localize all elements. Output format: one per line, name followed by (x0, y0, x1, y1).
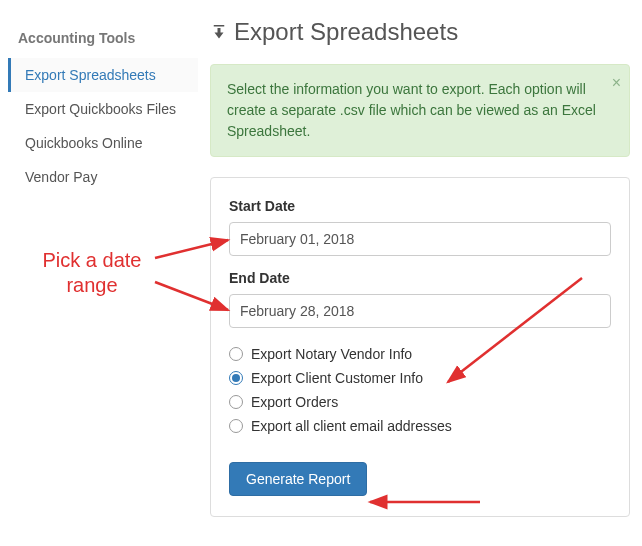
option-notary-vendor[interactable]: Export Notary Vendor Info (229, 346, 611, 362)
option-client-customer[interactable]: Export Client Customer Info (229, 370, 611, 386)
page-title: Export Spreadsheets (210, 18, 630, 46)
option-label: Export Client Customer Info (251, 370, 423, 386)
close-icon[interactable]: × (612, 71, 621, 95)
page-title-text: Export Spreadsheets (234, 18, 458, 46)
sidebar: Accounting Tools Export Spreadsheets Exp… (8, 30, 198, 194)
sidebar-item-export-quickbooks-files[interactable]: Export Quickbooks Files (8, 92, 198, 126)
info-alert: Select the information you want to expor… (210, 64, 630, 157)
radio-input[interactable] (229, 347, 243, 361)
end-date-input[interactable] (229, 294, 611, 328)
generate-report-button[interactable]: Generate Report (229, 462, 367, 496)
end-date-label: End Date (229, 270, 611, 286)
sidebar-item-label: Export Quickbooks Files (25, 101, 176, 117)
sidebar-title: Accounting Tools (8, 30, 198, 58)
option-email-addresses[interactable]: Export all client email addresses (229, 418, 611, 434)
option-label: Export all client email addresses (251, 418, 452, 434)
sidebar-item-export-spreadsheets[interactable]: Export Spreadsheets (8, 58, 198, 92)
option-label: Export Orders (251, 394, 338, 410)
option-label: Export Notary Vendor Info (251, 346, 412, 362)
alert-text: Select the information you want to expor… (227, 81, 596, 139)
export-panel: Start Date End Date Export Notary Vendor… (210, 177, 630, 517)
sidebar-item-vendor-pay[interactable]: Vendor Pay (8, 160, 198, 194)
annotation-line2: range (66, 274, 117, 296)
sidebar-item-label: Quickbooks Online (25, 135, 143, 151)
option-orders[interactable]: Export Orders (229, 394, 611, 410)
radio-input[interactable] (229, 371, 243, 385)
radio-input[interactable] (229, 395, 243, 409)
main-content: Export Spreadsheets Select the informati… (210, 18, 630, 517)
download-icon (210, 18, 228, 46)
button-label: Generate Report (246, 471, 350, 487)
sidebar-item-label: Vendor Pay (25, 169, 97, 185)
sidebar-item-quickbooks-online[interactable]: Quickbooks Online (8, 126, 198, 160)
annotation-line1: Pick a date (43, 249, 142, 271)
export-options: Export Notary Vendor Info Export Client … (229, 346, 611, 434)
sidebar-item-label: Export Spreadsheets (25, 67, 156, 83)
annotation-pick-date-range: Pick a date range (22, 248, 162, 298)
start-date-input[interactable] (229, 222, 611, 256)
start-date-label: Start Date (229, 198, 611, 214)
radio-input[interactable] (229, 419, 243, 433)
